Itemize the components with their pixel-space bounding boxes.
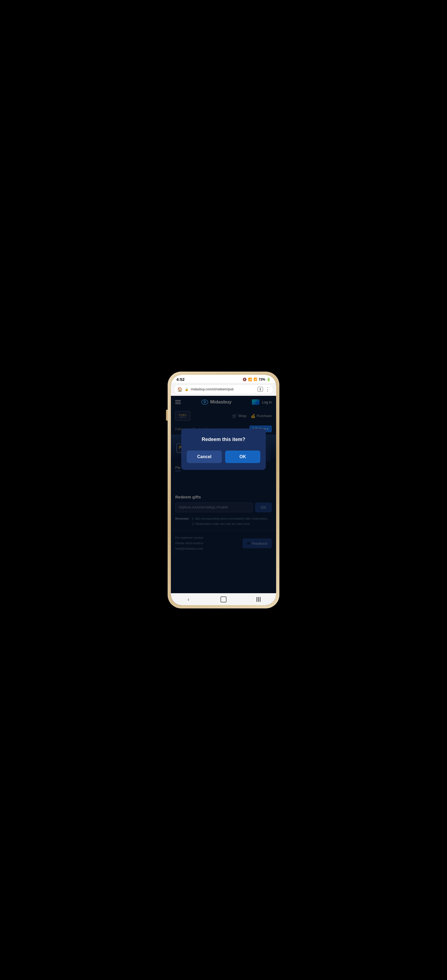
cancel-button[interactable]: Cancel (187, 450, 222, 463)
phone-frame: 4:52 🔇 📶 📶 72% 🔋 🏠 🔒 midasbuy.com/ot/red… (168, 372, 279, 608)
ok-button[interactable]: OK (225, 450, 260, 463)
browser-menu-icon[interactable]: ⋮ (265, 386, 270, 392)
url-text: midasbuy.com/ot/redeem/pub (191, 387, 255, 391)
nav-recent-button[interactable] (253, 595, 264, 603)
battery-label: 72% (259, 377, 265, 381)
dialog-buttons: Cancel OK (187, 450, 260, 463)
dialog-title: Redeem this item? (187, 437, 260, 442)
back-icon: ‹ (188, 596, 190, 603)
phone-inner: 4:52 🔇 📶 📶 72% 🔋 🏠 🔒 midasbuy.com/ot/red… (171, 375, 276, 605)
nav-home-button[interactable] (218, 595, 229, 603)
home-icon (220, 597, 227, 603)
recent-icon (257, 597, 260, 602)
signal-icon: 📶 (254, 377, 257, 381)
wifi-icon: 📶 (248, 377, 252, 381)
dialog-box: Redeem this item? Cancel OK (181, 428, 266, 470)
status-bar: 4:52 🔇 📶 📶 72% 🔋 (171, 375, 276, 383)
screen: 4:52 🔇 📶 📶 72% 🔋 🏠 🔒 midasbuy.com/ot/red… (171, 375, 276, 605)
web-content: Midasbuy Log in (171, 396, 276, 593)
home-nav-icon[interactable]: 🏠 (177, 387, 183, 392)
lock-icon: 🔒 (185, 388, 188, 391)
battery-icon: 🔋 (267, 377, 271, 381)
status-time: 4:52 (176, 377, 185, 382)
mute-icon: 🔇 (243, 377, 247, 381)
bottom-nav: ‹ (171, 593, 276, 605)
dialog-overlay: Redeem this item? Cancel OK (171, 396, 276, 593)
tab-count[interactable]: 2 (257, 387, 263, 392)
address-bar[interactable]: 🏠 🔒 midasbuy.com/ot/redeem/pub 2 ⋮ (174, 384, 273, 394)
nav-back-button[interactable]: ‹ (183, 595, 194, 603)
browser-chrome: 🏠 🔒 midasbuy.com/ot/redeem/pub 2 ⋮ (171, 383, 276, 396)
status-icons: 🔇 📶 📶 72% 🔋 (243, 377, 271, 381)
